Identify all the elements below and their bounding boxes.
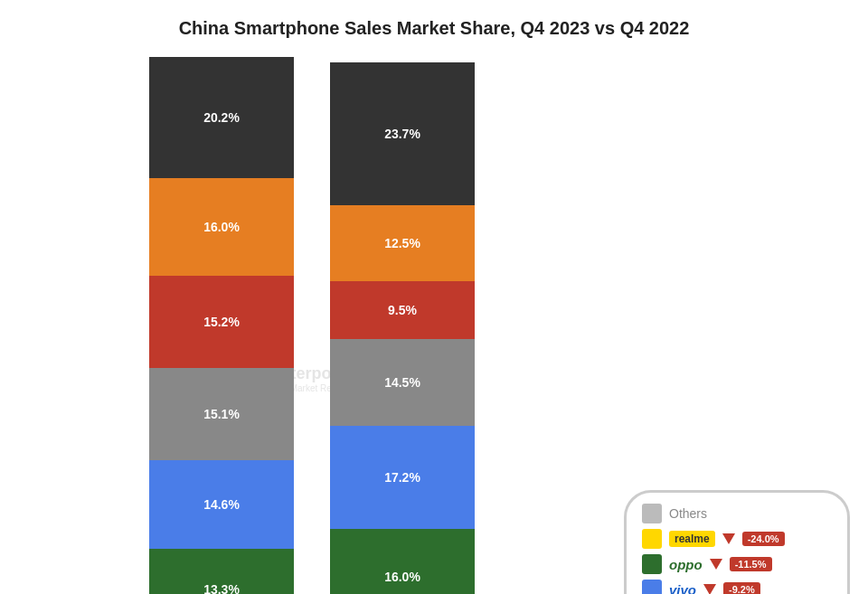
- bar-segment-xiaomi: 12.5%: [330, 205, 475, 281]
- legend-color-vivo: [642, 580, 662, 594]
- legend-triangle-vivo: [703, 584, 716, 594]
- bar-segment-huawei: 15.2%: [149, 276, 294, 368]
- legend-item-others: Others: [642, 504, 707, 523]
- legend-badge-vivo: -9.2%: [723, 582, 760, 594]
- bar-segment-honor: 14.5%: [330, 339, 475, 426]
- bar-segment-apple: 23.7%: [330, 62, 475, 205]
- bar-segment-oppo: 13.3%: [149, 549, 294, 594]
- bar-segment-vivo: 14.6%: [149, 460, 294, 549]
- chart-title: China Smartphone Sales Market Share, Q4 …: [179, 18, 690, 39]
- legend-color-oppo: [642, 554, 662, 574]
- legend-section: Others realme -24.0% oppo -11.5% vivo -9…: [633, 504, 859, 594]
- bar-segment-vivo: 17.2%: [330, 426, 475, 529]
- legend-item-realme: realme -24.0%: [642, 529, 785, 549]
- legend-logo-realme: realme: [669, 531, 715, 547]
- legend-label-others: Others: [669, 506, 707, 521]
- legend-color-others: [642, 504, 662, 523]
- bar-q4-2022: 4.7%1.9%16.0%17.2%14.5%9.5%12.5%23.7% Q4…: [330, 62, 475, 594]
- bar-segment-huawei: 9.5%: [330, 281, 475, 339]
- bar-segment-oppo: 16.0%: [330, 529, 475, 594]
- legend-badge-realme: -24.0%: [742, 532, 785, 546]
- bar-segment-xiaomi: 16.0%: [149, 178, 294, 276]
- legend-item-oppo: oppo -11.5%: [642, 554, 772, 574]
- legend-logo-oppo: oppo: [669, 557, 703, 572]
- bar-q4-2023: 4.2%1.4%13.3%14.6%15.1%15.2%16.0%20.2% Q…: [149, 57, 294, 594]
- legend-color-realme: [642, 529, 662, 549]
- legend-triangle-realme: [722, 533, 735, 544]
- legend-triangle-oppo: [710, 559, 722, 570]
- legend-item-vivo: vivo -9.2%: [642, 580, 760, 594]
- bars-section: Counterpoint Technology Market Research …: [9, 57, 615, 594]
- legend-logo-vivo: vivo: [669, 582, 696, 595]
- legend-badge-oppo: -11.5%: [730, 557, 772, 571]
- bar-segment-honor: 15.1%: [149, 368, 294, 460]
- bar-segment-apple: 20.2%: [149, 57, 294, 178]
